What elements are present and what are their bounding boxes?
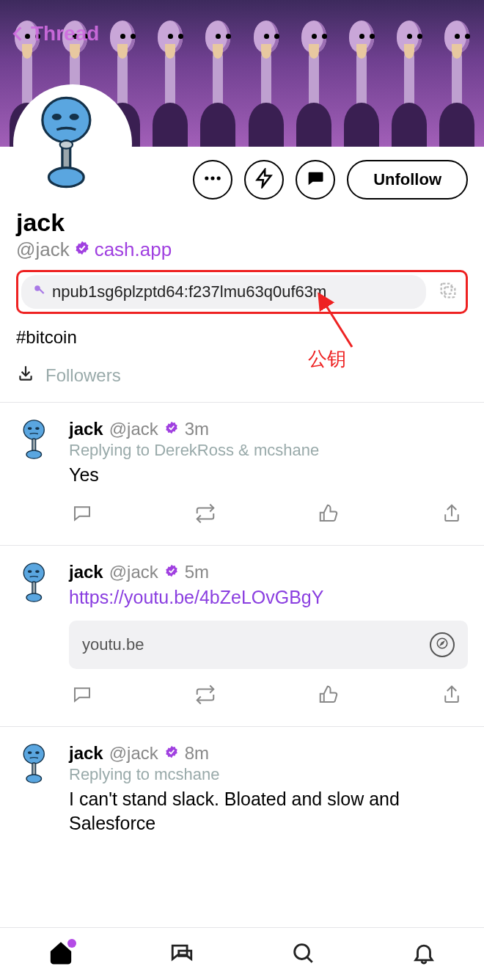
download-icon xyxy=(16,364,35,387)
repost-icon xyxy=(194,502,216,527)
like-button[interactable] xyxy=(315,504,342,526)
svg-line-34 xyxy=(307,957,312,962)
copy-button[interactable] xyxy=(433,277,463,307)
zap-button[interactable] xyxy=(244,160,284,200)
post-author-name[interactable]: jack xyxy=(69,743,103,764)
svg-point-22 xyxy=(28,570,32,573)
svg-point-26 xyxy=(437,638,447,648)
share-icon xyxy=(441,502,463,527)
messages-icon xyxy=(169,955,194,968)
post-author-handle[interactable]: @jack xyxy=(109,562,158,582)
svg-point-2 xyxy=(70,114,79,120)
svg-line-15 xyxy=(321,298,352,347)
handle-row: @jack cash.app xyxy=(16,238,468,261)
link-card-domain: youtu.be xyxy=(82,635,144,654)
post-content: I can't stand slack. Bloated and slow an… xyxy=(69,787,468,837)
avatar-image xyxy=(32,95,113,193)
post-avatar[interactable] xyxy=(16,419,57,460)
tab-notifications[interactable] xyxy=(411,940,436,968)
repost-button[interactable] xyxy=(192,685,219,707)
svg-point-21 xyxy=(23,563,44,582)
share-button[interactable] xyxy=(439,685,465,707)
svg-point-4 xyxy=(60,141,73,149)
website-link[interactable]: cash.app xyxy=(95,238,172,261)
svg-point-20 xyxy=(26,450,42,458)
svg-rect-11 xyxy=(39,288,45,294)
thread-back-button[interactable]: Thread xyxy=(9,22,99,45)
svg-marker-27 xyxy=(441,641,444,645)
feed-post[interactable]: jack @jack 3m Replying to DerekRoss & mc… xyxy=(0,403,484,545)
svg-rect-12 xyxy=(441,284,452,294)
unfollow-button[interactable]: Unfollow xyxy=(347,160,468,200)
pubkey-highlight-box: npub1sg6plzptd64:f237lmu63q0uf63m xyxy=(16,270,468,314)
svg-point-0 xyxy=(43,98,90,142)
svg-point-6 xyxy=(205,176,208,180)
verified-badge-icon xyxy=(74,238,90,261)
link-preview-card[interactable]: youtu.be xyxy=(69,621,468,669)
svg-point-1 xyxy=(52,114,62,120)
svg-point-29 xyxy=(28,751,32,754)
home-icon xyxy=(48,955,73,968)
handle: @jack xyxy=(16,238,70,261)
like-icon xyxy=(318,684,340,709)
post-time: 5m xyxy=(185,562,209,582)
copy-icon xyxy=(438,280,458,304)
svg-point-32 xyxy=(26,774,42,782)
followers-row[interactable]: Followers xyxy=(16,364,468,402)
tab-search[interactable] xyxy=(290,940,315,968)
post-time: 3m xyxy=(185,419,209,439)
post-avatar[interactable] xyxy=(16,562,57,603)
like-button[interactable] xyxy=(315,685,342,707)
pubkey-text: npub1sg6plzptd64:f237lmu63q0uf63m xyxy=(52,282,326,301)
feed-post[interactable]: jack @jack 5m https://youtu.be/4bZeLOvGB… xyxy=(0,546,484,726)
repost-icon xyxy=(194,684,216,709)
display-name: jack xyxy=(16,208,468,237)
post-author-name[interactable]: jack xyxy=(69,419,103,439)
post-author-name[interactable]: jack xyxy=(69,562,103,582)
like-icon xyxy=(318,502,340,527)
chat-icon xyxy=(305,168,326,191)
thread-label: Thread xyxy=(31,22,99,45)
reply-button[interactable] xyxy=(69,504,95,526)
post-author-handle[interactable]: @jack xyxy=(109,743,158,764)
notification-dot-icon xyxy=(67,939,76,948)
share-button[interactable] xyxy=(439,504,465,526)
post-time: 8m xyxy=(185,743,209,764)
post-reply-to[interactable]: Replying to DerekRoss & mcshane xyxy=(69,441,468,460)
reply-button[interactable] xyxy=(69,685,95,707)
svg-point-8 xyxy=(217,176,221,180)
verified-badge-icon xyxy=(164,562,179,582)
post-reply-to[interactable]: Replying to mcshane xyxy=(69,765,468,784)
feed-post[interactable]: jack @jack 8m Replying to mcshane I can'… xyxy=(0,727,484,837)
post-content: Yes xyxy=(69,463,468,488)
svg-point-16 xyxy=(23,420,44,439)
svg-point-18 xyxy=(35,427,40,430)
verified-badge-icon xyxy=(164,743,179,764)
feed: jack @jack 3m Replying to DerekRoss & mc… xyxy=(0,403,484,836)
avatar[interactable] xyxy=(13,84,132,203)
annotation-label: 公钥 xyxy=(308,346,346,372)
post-author-handle[interactable]: @jack xyxy=(109,419,158,439)
repost-button[interactable] xyxy=(192,504,219,526)
post-avatar[interactable] xyxy=(16,743,57,784)
svg-point-7 xyxy=(211,176,215,180)
svg-point-30 xyxy=(35,751,40,754)
reply-icon xyxy=(71,684,93,709)
bio-hashtag[interactable]: #bitcoin xyxy=(16,327,468,348)
tab-home[interactable] xyxy=(48,940,73,968)
svg-point-5 xyxy=(49,168,84,187)
message-button[interactable] xyxy=(296,160,335,200)
more-button[interactable] xyxy=(193,160,232,200)
post-link[interactable]: https://youtu.be/4bZeLOvGBgY xyxy=(69,587,323,607)
tab-messages[interactable] xyxy=(169,940,194,968)
verified-badge-icon xyxy=(164,419,179,439)
post-action-row xyxy=(69,669,468,726)
compass-icon xyxy=(436,635,449,654)
open-link-button[interactable] xyxy=(430,632,455,657)
followers-label: Followers xyxy=(45,365,121,386)
search-icon xyxy=(290,955,315,968)
reply-icon xyxy=(71,502,93,527)
svg-marker-9 xyxy=(257,169,271,186)
pubkey-pill[interactable]: npub1sg6plzptd64:f237lmu63q0uf63m xyxy=(21,275,426,309)
lightning-icon xyxy=(254,168,274,191)
